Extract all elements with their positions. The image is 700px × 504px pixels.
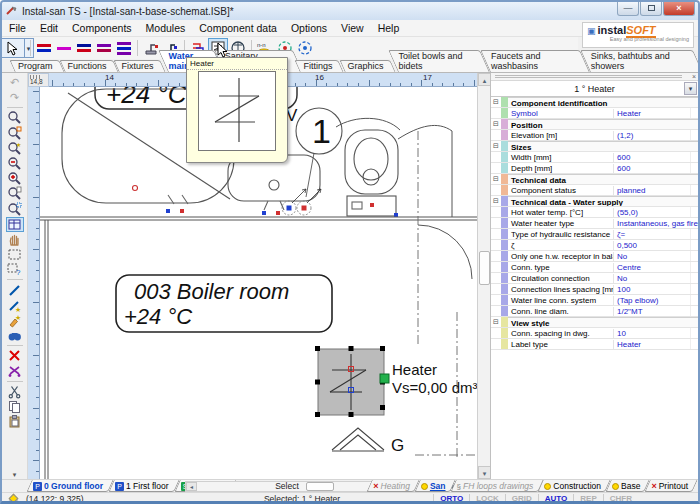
component-selector[interactable]: 1 ° Heater ▾ [491,81,698,97]
circuit-b-button[interactable] [295,38,315,58]
menu-edit[interactable]: Edit [33,21,65,35]
collapse-icon[interactable]: ⊟ [491,97,501,107]
tab-sinks-bathtubs-and-showers[interactable]: Sinks, bathtubs and showers [585,50,698,72]
floor-tab-0-ground-floor[interactable]: P0 Ground floor [29,480,111,492]
paste-button[interactable] [6,414,24,429]
layer-tab-fh-loops-drawings[interactable]: §FH loops drawings [453,480,541,492]
mode-grid[interactable]: GRID [505,494,538,503]
gas-symbol[interactable] [332,428,384,451]
vertical-scroll-thumb[interactable] [479,251,490,285]
redo-button[interactable]: ↷ [6,90,24,105]
cold-port[interactable] [166,209,170,213]
floor-tab-1-first-floor[interactable]: P1 First floor [111,480,177,492]
more-tools-icon[interactable]: ▾ [13,471,17,479]
property-value[interactable]: Centre [613,263,690,272]
menu-options[interactable]: Options [284,21,334,35]
property-value[interactable]: 1/2"MT [613,307,690,316]
collapse-icon[interactable]: ⊟ [491,119,501,129]
zoom-all-button[interactable] [6,110,24,125]
cut-button[interactable] [6,384,24,399]
delete-button[interactable] [6,348,24,363]
disconnect-button[interactable] [6,363,24,378]
connection-points[interactable] [282,189,321,215]
property-value[interactable]: planned [613,186,690,195]
tab-fixtures[interactable]: Fixtures [116,60,163,72]
hot-port[interactable] [180,209,184,213]
menu-help[interactable]: Help [371,21,407,35]
vertical-scrollbar[interactable]: ▴ ▾ [477,73,490,479]
property-value[interactable]: (1,2) [613,131,690,140]
layer-tab-heating[interactable]: ×Heating [369,480,417,492]
riser-label[interactable]: 1 V [286,106,342,197]
tab-graphics[interactable]: Graphics [342,60,393,72]
heater-label[interactable]: Heater [392,361,437,378]
panel-close-icon[interactable]: × [692,73,696,80]
zoom-window-button[interactable] [6,126,24,141]
select-area-button[interactable] [6,247,24,262]
zoom-out-button[interactable] [6,156,24,171]
heater-flow-label[interactable]: Vs=0,00 dm³/s [392,379,477,396]
pipe-cold-hot-pair-button[interactable] [74,38,94,58]
property-value[interactable]: (55,0) [613,208,690,217]
chevron-down-icon[interactable]: ▾ [684,82,697,95]
property-value[interactable]: No [613,252,690,261]
cold-port[interactable] [262,211,266,215]
pipe-circulation-pair-button[interactable] [94,38,114,58]
room-label[interactable]: 003 Boiler room +24 °C [116,275,332,332]
green-connection-handle[interactable] [380,374,389,383]
pipe-cold-water-button[interactable] [34,38,54,58]
tab-fittings[interactable]: Fittings [297,60,341,72]
menu-component-data[interactable]: Component data [192,21,284,35]
pipe-hot-water-button[interactable] [54,38,74,58]
data-table-button[interactable] [6,217,24,232]
zoom-selection-button[interactable] [6,202,24,217]
collapse-icon[interactable]: ⊟ [491,174,501,184]
zoom-previous-button[interactable]: ★ [6,141,24,156]
maximize-button[interactable] [640,2,662,16]
layer-tab-base[interactable]: Base [608,480,647,492]
property-value[interactable]: ζ= [613,230,690,239]
cold-port[interactable] [287,206,292,211]
undo-button[interactable]: ↶ [6,75,24,90]
select-query-button[interactable]: ? [6,262,24,277]
mode-orto[interactable]: ORTO [433,494,469,503]
minimize-button[interactable]: — [617,2,639,16]
property-value[interactable]: Instantaneous, gas fired [613,219,700,228]
property-value[interactable]: Heater [613,340,690,349]
property-value[interactable]: 600 [613,164,690,173]
hot-port[interactable] [370,203,374,207]
splitter-grip[interactable] [495,75,682,76]
panel-splitter[interactable]: × [491,73,698,81]
mode-auto[interactable]: AUTO [538,494,574,503]
pan-hand-button[interactable] [6,232,24,247]
format-painter-button[interactable]: ★ [6,313,24,328]
draw-pipe-button[interactable] [6,282,24,297]
layer-tab-construction[interactable]: Construction [540,480,608,492]
property-value[interactable]: (Tap elbow) [613,296,690,305]
hot-port[interactable] [276,211,280,215]
zoom-in-button[interactable] [6,171,24,186]
layer-tab-printout[interactable]: ×Printout [647,480,695,492]
property-value[interactable]: 0,500 [613,241,690,250]
menu-modules[interactable]: Modules [139,21,193,35]
pipe-triple-button[interactable] [114,38,134,58]
heater-component[interactable] [315,346,389,417]
collapse-icon[interactable]: ⊟ [491,141,501,151]
property-value[interactable]: Heater [613,109,690,118]
property-value[interactable]: 600 [613,153,690,162]
scroll-left-icon[interactable]: ◂ [186,482,197,491]
mode-rep[interactable]: REP [573,494,602,503]
tab-program[interactable]: Program [12,60,62,72]
mode-chfr[interactable]: CHFR [603,494,638,503]
select-arrow-button[interactable]: ▾ [7,38,27,58]
menu-components[interactable]: Components [65,21,139,35]
property-value[interactable]: No [613,274,690,283]
tab-functions[interactable]: Functions [62,60,116,72]
copy-button[interactable] [6,399,24,414]
zoom-sheet-button[interactable] [6,186,24,201]
close-button[interactable]: × [663,2,695,16]
tab-toilet-bowls-and-bidets[interactable]: Toilet bowls and bidets [393,50,485,72]
collapse-icon[interactable]: ⊟ [491,196,501,206]
edit-pipe-button[interactable]: ★ [6,298,24,313]
collapse-icon[interactable]: ⊟ [491,317,501,327]
